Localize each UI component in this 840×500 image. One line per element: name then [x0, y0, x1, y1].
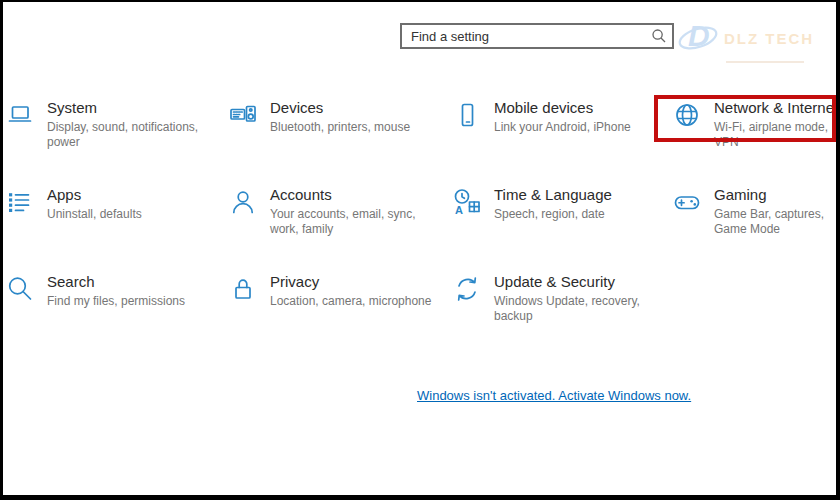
tile-mobile-devices[interactable]: Mobile devices Link your Android, iPhone — [452, 95, 672, 182]
phone-icon — [452, 100, 482, 130]
dlz-brand-underline — [726, 61, 804, 63]
globe-icon — [672, 100, 702, 130]
tile-subtitle: Wi-Fi, airplane mode, VPN — [714, 120, 840, 150]
tile-accounts[interactable]: Accounts Your accounts, email, sync, wor… — [228, 182, 452, 269]
tile-title: Privacy — [270, 273, 440, 291]
tile-subtitle: Uninstall, defaults — [47, 207, 217, 222]
magnifier-icon — [5, 274, 35, 304]
tile-title: Network & Internet — [714, 99, 840, 117]
tile-search[interactable]: Search Find my files, permissions — [5, 269, 228, 356]
activate-windows-link[interactable]: Windows isn't activated. Activate Window… — [417, 388, 691, 403]
gamepad-icon — [672, 187, 702, 217]
clock-language-icon: A — [452, 187, 482, 217]
svg-text:D: D — [688, 19, 710, 52]
settings-category-grid: System Display, sound, notifications, po… — [5, 95, 836, 356]
tile-subtitle: Link your Android, iPhone — [494, 120, 664, 135]
search-input[interactable] — [400, 23, 674, 49]
search-icon[interactable] — [651, 28, 667, 44]
tile-subtitle: Speech, region, date — [494, 207, 664, 222]
tile-privacy[interactable]: Privacy Location, camera, microphone — [228, 269, 452, 356]
tile-title: Update & Security — [494, 273, 664, 291]
tile-subtitle: Bluetooth, printers, mouse — [270, 120, 440, 135]
tile-update-security[interactable]: Update & Security Windows Update, recove… — [452, 269, 672, 356]
tile-devices[interactable]: Devices Bluetooth, printers, mouse — [228, 95, 452, 182]
sync-arrows-icon — [452, 274, 482, 304]
tile-time-language[interactable]: A Time & Language Speech, region, date — [452, 182, 672, 269]
tile-title: Time & Language — [494, 186, 664, 204]
tile-system[interactable]: System Display, sound, notifications, po… — [5, 95, 228, 182]
tile-subtitle: Your accounts, email, sync, work, family — [270, 207, 440, 237]
tile-title: Gaming — [714, 186, 840, 204]
tile-title: System — [47, 99, 217, 117]
person-icon — [228, 187, 258, 217]
keyboard-speaker-icon — [228, 100, 258, 130]
laptop-icon — [5, 100, 35, 130]
tile-title: Devices — [270, 99, 440, 117]
tile-title: Search — [47, 273, 217, 291]
tile-title: Mobile devices — [494, 99, 664, 117]
tile-network-internet[interactable]: Network & Internet Wi-Fi, airplane mode,… — [672, 95, 840, 182]
tile-title: Apps — [47, 186, 217, 204]
tile-subtitle: Find my files, permissions — [47, 294, 217, 309]
tile-subtitle: Location, camera, microphone — [270, 294, 440, 309]
settings-search — [400, 23, 674, 49]
svg-text:A: A — [455, 204, 463, 216]
dlz-logo-icon: D — [676, 12, 722, 58]
tile-subtitle: Windows Update, recovery, backup — [494, 294, 664, 324]
lock-icon — [228, 274, 258, 304]
tile-title: Accounts — [270, 186, 440, 204]
tile-apps[interactable]: Apps Uninstall, defaults — [5, 182, 228, 269]
dlz-tech-watermark: D DLZ TECH — [676, 12, 826, 64]
tile-subtitle: Display, sound, notifications, power — [47, 120, 217, 150]
apps-list-icon — [5, 187, 35, 217]
tile-subtitle: Game Bar, captures, Game Mode — [714, 207, 840, 237]
dlz-brand-text: DLZ TECH — [724, 30, 814, 47]
tile-gaming[interactable]: Gaming Game Bar, captures, Game Mode — [672, 182, 840, 269]
